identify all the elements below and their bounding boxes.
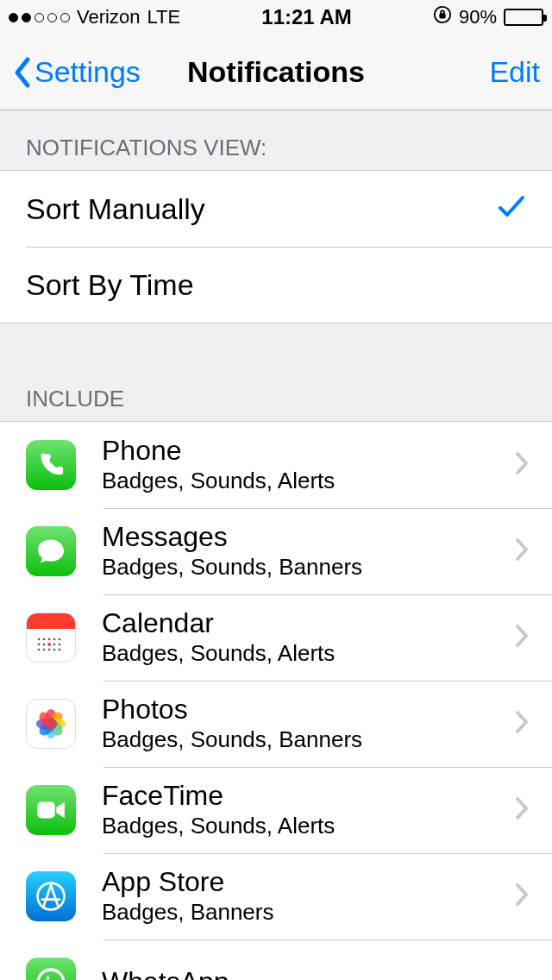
include-apps-group: Phone Badges, Sounds, Alerts Messages Ba… (0, 421, 552, 980)
svg-point-8 (43, 644, 46, 646)
nav-bar: Settings Notifications Edit (0, 35, 552, 110)
page-title: Notifications (187, 55, 365, 89)
signal-strength-icon (9, 13, 70, 22)
app-store-icon (26, 871, 76, 921)
app-name-label: Phone (102, 436, 514, 466)
phone-icon (26, 440, 76, 490)
whatsapp-icon (26, 958, 76, 980)
app-detail-label: Badges, Banners (102, 899, 514, 926)
app-row-appstore[interactable]: App Store Badges, Banners (0, 853, 552, 939)
app-row-calendar[interactable]: Calendar Badges, Sounds, Alerts (0, 594, 552, 681)
app-detail-label: Badges, Sounds, Banners (102, 554, 514, 581)
app-name-label: WhatsApp (102, 967, 552, 980)
app-detail-label: Badges, Sounds, Banners (102, 726, 514, 753)
section-header-include: Include (0, 324, 552, 421)
app-name-label: Calendar (102, 608, 514, 638)
battery-percent-label: 90% (459, 6, 497, 28)
chevron-right-icon (514, 882, 552, 911)
app-row-photos[interactable]: Photos Badges, Sounds, Banners (0, 681, 552, 767)
chevron-right-icon (514, 450, 552, 480)
messages-icon (26, 526, 76, 576)
sort-option-label: Sort By Time (26, 268, 194, 302)
svg-rect-1 (440, 14, 445, 18)
svg-point-6 (59, 638, 61, 641)
sort-by-time-row[interactable]: Sort By Time (0, 247, 552, 323)
sort-option-label: Sort Manually (26, 192, 205, 226)
orientation-lock-icon (433, 5, 452, 29)
app-row-phone[interactable]: Phone Badges, Sounds, Alerts (0, 422, 552, 508)
network-label: LTE (147, 6, 180, 28)
svg-point-5 (53, 638, 56, 641)
app-row-messages[interactable]: Messages Badges, Sounds, Banners (0, 508, 552, 594)
app-detail-label: Badges, Sounds, Alerts (102, 640, 514, 667)
section-header-view: Notifications View: (0, 110, 552, 170)
back-button[interactable]: Settings (12, 55, 141, 89)
sort-manually-row[interactable]: Sort Manually (0, 171, 552, 247)
chevron-right-icon (514, 709, 552, 738)
chevron-right-icon (514, 795, 552, 825)
status-bar: Verizon LTE 11:21 AM 90% (0, 0, 552, 35)
status-left: Verizon LTE (9, 6, 180, 28)
chevron-right-icon (514, 537, 552, 566)
photos-icon (26, 699, 76, 749)
svg-point-16 (47, 643, 51, 646)
edit-button[interactable]: Edit (489, 55, 540, 89)
status-right: 90% (433, 5, 543, 29)
svg-point-27 (38, 970, 64, 980)
app-row-facetime[interactable]: FaceTime Badges, Sounds, Alerts (0, 767, 552, 853)
svg-point-4 (48, 638, 51, 641)
svg-point-7 (38, 644, 41, 646)
svg-point-10 (59, 644, 61, 646)
svg-rect-25 (37, 802, 55, 819)
back-label: Settings (34, 55, 141, 89)
app-name-label: Messages (102, 522, 514, 552)
battery-icon (504, 9, 543, 26)
clock-label: 11:21 AM (261, 5, 351, 29)
chevron-right-icon (514, 623, 552, 652)
chevron-left-icon (12, 56, 33, 89)
svg-point-2 (38, 638, 41, 641)
calendar-icon (26, 612, 76, 663)
app-detail-label: Badges, Sounds, Alerts (102, 468, 514, 494)
svg-point-13 (48, 649, 51, 651)
app-name-label: FaceTime (102, 781, 514, 811)
app-row-whatsapp[interactable]: WhatsApp (0, 939, 552, 980)
svg-point-14 (53, 649, 56, 651)
checkmark-icon (497, 192, 526, 225)
app-name-label: App Store (102, 867, 514, 897)
svg-point-11 (38, 649, 41, 651)
app-name-label: Photos (102, 694, 514, 725)
svg-point-15 (59, 649, 61, 651)
carrier-label: Verizon (77, 6, 140, 28)
svg-point-9 (53, 644, 56, 646)
sort-options-group: Sort Manually Sort By Time (0, 170, 552, 324)
svg-point-3 (43, 638, 46, 641)
facetime-icon (26, 785, 76, 835)
app-detail-label: Badges, Sounds, Alerts (102, 813, 514, 839)
svg-point-12 (43, 649, 46, 651)
